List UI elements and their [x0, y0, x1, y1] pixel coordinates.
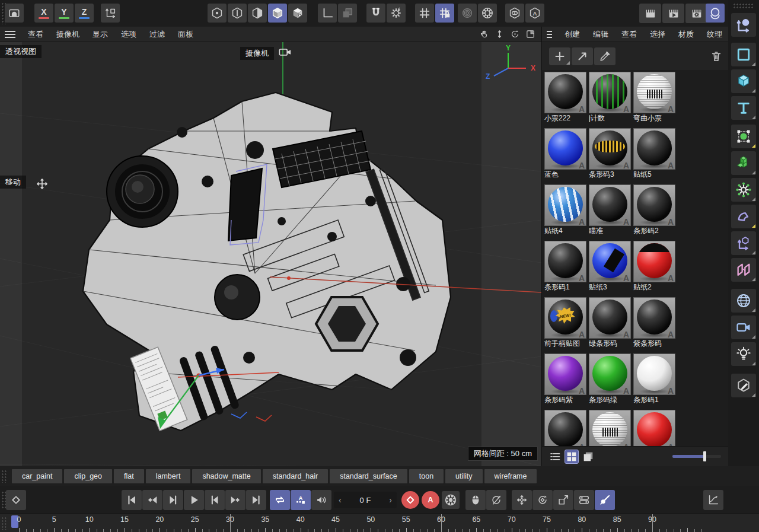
text-object-icon[interactable] [731, 96, 756, 120]
viewport-capture-icon[interactable] [5, 4, 24, 23]
cube-primitive-icon[interactable] [731, 69, 756, 93]
symmetry-icon[interactable] [731, 258, 756, 282]
viewport-menu-item[interactable]: 查看 [21, 27, 50, 42]
render-view-icon[interactable] [639, 4, 661, 23]
materials-menu-icon[interactable] [547, 31, 552, 38]
material-tile[interactable]: A 贴纸2 [633, 241, 675, 292]
key-params-icon[interactable] [574, 490, 594, 510]
orbit-view-icon[interactable] [508, 28, 521, 40]
material-edit-icon[interactable] [731, 374, 756, 397]
bend-deformer-icon[interactable] [731, 205, 756, 228]
eyedropper-icon[interactable] [594, 47, 616, 65]
viewport-canvas[interactable]: 透视视图 摄像机 移动 网格间距 : 50 cm Y X Z [0, 42, 541, 466]
viewport-menu-item[interactable]: 显示 [86, 27, 114, 42]
sound-icon[interactable] [311, 490, 331, 510]
timeline-ruler[interactable]: 051015202530354045505560657075808590 [0, 514, 759, 532]
view-label[interactable]: 透视视图 [0, 45, 42, 58]
key-rotation-icon[interactable] [532, 490, 553, 510]
materials-menu-item[interactable]: 查看 [615, 27, 643, 42]
material-tile[interactable]: A 前手柄贴图 [544, 297, 586, 348]
rings-icon[interactable] [458, 4, 477, 23]
record-keyframe-icon[interactable] [401, 491, 419, 509]
snap-settings-icon[interactable] [387, 4, 406, 23]
materials-menu-item[interactable]: 纹理 [700, 27, 729, 42]
workplane-square-icon[interactable] [338, 4, 357, 23]
prev-key-icon[interactable] [142, 490, 162, 510]
material-tile[interactable]: A 紫条形码 [633, 297, 675, 348]
zoom-view-icon[interactable] [493, 28, 506, 40]
object-mode-icon[interactable] [268, 4, 287, 23]
next-frame-icon[interactable] [205, 490, 225, 510]
material-type-tab[interactable]: car_paint [12, 469, 62, 483]
material-tile[interactable]: A 蓝色 [544, 128, 586, 179]
list-view-icon[interactable] [548, 450, 562, 464]
material-type-tab[interactable]: utility [445, 469, 482, 483]
material-type-tab[interactable]: clip_geo [64, 469, 112, 483]
grid-toggle-icon[interactable] [415, 4, 434, 23]
material-tile[interactable]: A 条形码3 [589, 128, 631, 179]
camera-label[interactable]: 摄像机 [240, 47, 274, 60]
material-type-tab[interactable]: flat [114, 469, 144, 483]
frame-next-chevron[interactable]: › [384, 495, 397, 505]
polygons-mode-icon[interactable] [248, 4, 267, 23]
axis-z-lock-button[interactable]: Z [75, 4, 94, 23]
autokey-range-icon[interactable]: A [291, 490, 311, 510]
slider-handle[interactable] [703, 451, 706, 461]
viewport-menu-item[interactable]: 选项 [114, 27, 143, 42]
scene-camera-icon[interactable] [731, 316, 756, 339]
material-tile[interactable]: A 条形码1 [633, 353, 675, 404]
subdivision-surface-icon[interactable] [731, 125, 756, 148]
record-autokey-icon[interactable]: A [422, 491, 439, 509]
mouse-icon[interactable] [465, 490, 486, 510]
material-tile[interactable]: A 贴纸3 [589, 241, 631, 292]
render-settings-icon[interactable] [685, 4, 707, 23]
material-tile[interactable]: A j计数 [589, 72, 631, 123]
material-tile[interactable]: A 弯曲小票 [633, 72, 675, 123]
tweak-mode-icon[interactable] [288, 4, 307, 23]
spline-rect-icon[interactable] [731, 43, 756, 66]
material-tile[interactable]: A [544, 410, 586, 448]
move-axis-icon[interactable] [731, 13, 756, 37]
material-tile[interactable]: A 条形码2 [633, 184, 675, 235]
materials-menu-item[interactable]: 选择 [643, 27, 672, 42]
a-hexagon-icon[interactable]: A [525, 4, 544, 23]
snap-magnet-icon[interactable] [366, 4, 385, 23]
add-material-icon[interactable] [549, 47, 570, 65]
null-axis-icon[interactable] [731, 231, 756, 255]
workplane-axis-icon[interactable] [318, 4, 337, 23]
material-tile[interactable]: A 条形码紫 [544, 353, 586, 404]
material-tile[interactable]: A [633, 410, 675, 448]
light-icon[interactable] [731, 342, 756, 366]
material-tile[interactable]: A 瞄准 [589, 184, 631, 235]
axis-gizmo[interactable]: Y X Z [481, 44, 535, 84]
key-filter-icon[interactable] [595, 490, 615, 510]
frame-counter[interactable]: ‹ 0 F › [334, 492, 397, 508]
material-type-tab[interactable]: toon [409, 469, 444, 483]
material-type-tab[interactable]: standard_hair [263, 469, 328, 483]
material-type-tab[interactable]: wireframe [484, 469, 537, 483]
material-tile[interactable]: A 绿条形码 [589, 297, 631, 348]
assign-material-icon[interactable] [572, 47, 593, 65]
frame-prev-chevron[interactable]: ‹ [334, 495, 346, 505]
set-keyframe-icon[interactable] [6, 490, 26, 510]
material-tile[interactable]: A [589, 410, 631, 448]
prev-frame-icon[interactable] [163, 490, 183, 510]
loop-icon[interactable] [270, 490, 290, 510]
key-scale-icon[interactable] [553, 490, 573, 510]
trash-icon[interactable] [706, 47, 727, 65]
preview-size-slider[interactable] [672, 455, 721, 458]
materials-menu-item[interactable]: 材质 [672, 27, 700, 42]
eye-hexagon-icon[interactable] [505, 4, 524, 23]
axis-x-lock-button[interactable]: X [34, 4, 53, 23]
camera-toggle-icon[interactable] [279, 47, 292, 59]
material-type-tab[interactable]: shadow_matte [192, 469, 260, 483]
material-tile[interactable]: A 贴纸5 [633, 128, 675, 179]
environment-globe-icon[interactable] [731, 289, 756, 313]
frame-view-icon[interactable] [524, 28, 537, 40]
next-key-icon[interactable] [225, 490, 245, 510]
edges-mode-icon[interactable] [228, 4, 247, 23]
gun-model[interactable] [83, 93, 451, 431]
materials-menu-item[interactable]: 创建 [558, 27, 586, 42]
rotate-record-icon[interactable] [486, 490, 506, 510]
go-start-icon[interactable] [122, 490, 142, 510]
